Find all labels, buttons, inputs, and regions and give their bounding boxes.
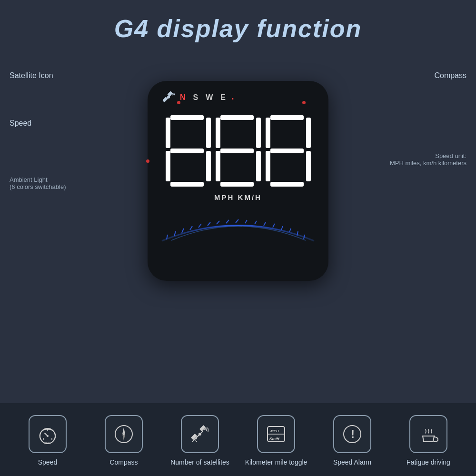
speedometer-icon-box: KM/H — [29, 415, 67, 453]
svg-line-17 — [281, 226, 283, 230]
svg-rect-2 — [162, 97, 168, 102]
feature-fatigue: Fatigue driving — [395, 415, 462, 466]
svg-line-18 — [289, 228, 291, 232]
alarm-icon-box: ! — [333, 415, 371, 453]
svg-line-15 — [264, 222, 266, 226]
feature-compass: Compass — [90, 415, 157, 466]
red-dot-compass — [302, 101, 306, 104]
svg-line-10 — [217, 221, 219, 224]
label-satellite-icon: Satellite Icon — [10, 71, 53, 80]
svg-line-9 — [208, 222, 210, 226]
feature-strip: KM/H Speed Compass — [0, 403, 476, 476]
feature-speed-label: Speed — [38, 458, 57, 466]
feature-km-toggle: MPH Km/H Kilometer mile toggle — [243, 415, 309, 466]
svg-text:KM/H: KM/H — [43, 441, 50, 444]
svg-point-3 — [167, 96, 170, 99]
compass-display: N S W E · — [180, 93, 236, 104]
svg-line-16 — [273, 224, 275, 228]
ambient-light-arc — [157, 205, 319, 243]
feature-speed: KM/H Speed — [14, 415, 81, 466]
svg-line-12 — [236, 219, 238, 223]
svg-line-7 — [190, 226, 192, 230]
feature-compass-label: Compass — [109, 458, 138, 466]
svg-line-11 — [226, 220, 229, 223]
feature-fatigue-label: Fatigue driving — [407, 458, 450, 466]
svg-line-8 — [198, 224, 201, 228]
speed-digits — [166, 115, 311, 187]
svg-line-6 — [182, 228, 184, 233]
page-title: G4 display function — [0, 0, 476, 43]
digit-1 — [166, 115, 211, 187]
label-ambient-light: Ambient Light (6 colors switchable) — [10, 176, 66, 190]
red-dot-speed — [146, 159, 149, 163]
feature-km-toggle-label: Kilometer mile toggle — [245, 458, 307, 466]
feature-speed-alarm: ! Speed Alarm — [319, 415, 386, 466]
svg-rect-33 — [199, 425, 206, 431]
svg-text:Km/H: Km/H — [269, 436, 279, 441]
km-toggle-icon-box: MPH Km/H — [257, 415, 295, 453]
label-speed: Speed — [10, 119, 31, 128]
svg-point-35 — [198, 433, 201, 436]
hud-device: N S W E · — [148, 81, 328, 281]
svg-line-14 — [255, 221, 257, 224]
feature-satellites: Number of satellites — [167, 415, 233, 466]
satellite-icon-box — [181, 415, 219, 453]
compass-icon-box — [105, 415, 143, 453]
red-dot-satellite — [177, 101, 180, 104]
label-compass: Compass — [434, 71, 466, 80]
feature-satellites-label: Number of satellites — [170, 458, 229, 466]
svg-text:!: ! — [351, 427, 355, 440]
satellite-icon-display — [162, 90, 175, 107]
svg-line-20 — [304, 235, 305, 239]
svg-marker-30 — [122, 434, 125, 441]
speed-unit-label: MPH KM/H — [214, 193, 262, 201]
digit-3 — [266, 115, 311, 187]
svg-marker-29 — [122, 427, 125, 434]
digit-2 — [216, 115, 261, 187]
feature-speed-alarm-label: Speed Alarm — [333, 458, 371, 466]
svg-line-13 — [245, 220, 247, 223]
fatigue-icon-box — [409, 415, 447, 453]
svg-point-31 — [123, 433, 125, 435]
display-section: Satellite Icon Speed Ambient Light (6 co… — [0, 43, 476, 319]
label-speed-unit: Speed unit: MPH miles, km/h kilometers — [390, 152, 466, 167]
svg-text:MPH: MPH — [270, 429, 279, 433]
hud-top-row: N S W E · — [157, 90, 319, 107]
svg-point-26 — [47, 435, 49, 437]
